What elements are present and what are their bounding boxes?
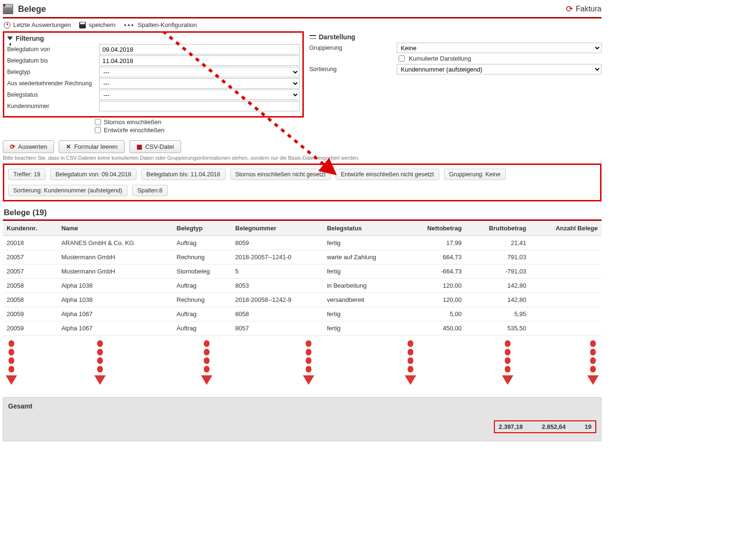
table-cell: fertig: [323, 307, 405, 321]
column-header[interactable]: Bruttobetrag: [465, 220, 530, 236]
table-cell: 791,03: [465, 250, 530, 264]
continuation-arrow: [94, 340, 106, 385]
table-cell: Mustermann GmbH: [57, 250, 173, 264]
save-label: speichern: [89, 21, 115, 28]
select-recurring[interactable]: ---: [99, 78, 300, 89]
table-row[interactable]: 20058Alpha 1038Rechnung2018-20058--1242-…: [3, 293, 601, 307]
column-header[interactable]: Belegstatus: [323, 220, 405, 236]
table-cell: Auftrag: [173, 321, 232, 336]
recent-evals-button[interactable]: Letzte Auswertungen: [4, 21, 71, 28]
table-cell: 120,00: [405, 293, 465, 307]
input-date-to[interactable]: [99, 55, 300, 66]
continuation-arrow: [587, 340, 599, 385]
table-cell: 5,95: [465, 307, 530, 321]
columns-config-button[interactable]: ••• Spalten-Konfiguration: [124, 21, 197, 28]
refresh-icon[interactable]: ⟳: [566, 4, 573, 14]
table-row[interactable]: 20059Alpha 1067Auftrag8058fertig5,005,95: [3, 307, 601, 321]
clear-form-button[interactable]: ✕Formular leeren: [59, 140, 125, 153]
display-panel: Darstellung Gruppierung Keine Kumulierte…: [310, 31, 602, 75]
table-cell: 450,00: [405, 321, 465, 336]
filter-chip[interactable]: Belegdatum von: 09.04.2018: [50, 169, 137, 180]
table-cell: Mustermann GmbH: [57, 264, 173, 279]
table-row[interactable]: 20058Alpha 1038Auftrag8053in Bearbeitung…: [3, 279, 601, 293]
table-cell: Auftrag: [173, 279, 232, 293]
filter-chip[interactable]: Spalten:8: [132, 185, 168, 196]
checkbox-include-drafts[interactable]: [95, 127, 101, 133]
table-cell: Stornobeleg: [173, 264, 232, 279]
label-include-drafts: Entwürfe einschließen: [104, 127, 164, 134]
table-cell: fertig: [323, 236, 405, 250]
input-customer-no[interactable]: [99, 101, 300, 111]
filter-summary-chips: Treffer: 19Belegdatum von: 09.04.2018Bel…: [3, 164, 601, 201]
select-status[interactable]: ---: [99, 90, 300, 100]
label-customer-no: Kundennummer: [7, 103, 97, 109]
table-cell: in Bearbeitung: [323, 279, 405, 293]
totals-label: Gesamt: [8, 402, 596, 410]
table-row[interactable]: 20057Mustermann GmbHRechnung2018-20057--…: [3, 250, 601, 264]
table-cell: 8059: [231, 236, 323, 250]
filter-panel: Filterung Belegdatum von Belegdatum bis …: [3, 31, 304, 118]
table-cell: 20018: [3, 236, 57, 250]
totals-gross: 2.852,64: [542, 423, 566, 430]
label-grouping: Gruppierung: [310, 45, 395, 51]
table-cell: 8053: [231, 279, 323, 293]
label-include-stornos: Stornos einschließen: [104, 118, 161, 126]
table-row[interactable]: 20059Alpha 1067Auftrag8057fertig450,0053…: [3, 321, 601, 336]
select-grouping[interactable]: Keine: [397, 43, 602, 53]
table-cell: 20059: [3, 321, 57, 336]
filter-chip[interactable]: Stornos einschließen nicht gesetzt: [230, 169, 331, 180]
table-cell: Alpha 1038: [57, 279, 173, 293]
label-date-to: Belegdatum bis: [7, 57, 97, 64]
input-date-from[interactable]: [99, 44, 300, 54]
table-cell: ARANES GmbH & Co. KG: [57, 236, 173, 250]
table-cell: fertig: [323, 264, 405, 279]
continuation-arrow: [303, 340, 314, 385]
table-cell: 20059: [3, 307, 57, 321]
csv-export-button[interactable]: ▦CSV-Datei: [129, 140, 181, 153]
table-cell: 2018-20057--1241-0: [231, 250, 323, 264]
column-header[interactable]: Name: [57, 220, 173, 236]
app-name: Faktura: [576, 5, 601, 13]
evaluate-button[interactable]: ⟳Auswerten: [3, 140, 54, 153]
filter-chip[interactable]: Gruppierung: Keine: [444, 169, 506, 180]
column-header[interactable]: Belegtyp: [173, 220, 232, 236]
table-cell: 120,00: [405, 279, 465, 293]
table-cell: [530, 293, 601, 307]
label-cumulated: Kumulierte Darstellung: [409, 55, 472, 62]
table-cell: -791,03: [465, 264, 530, 279]
x-icon: ✕: [66, 143, 71, 150]
sliders-icon: [310, 34, 316, 40]
filter-chip[interactable]: Entwürfe einschließen nicht gesetzt: [336, 169, 439, 180]
page-title: Belege: [18, 4, 46, 14]
label-date-from: Belegdatum von: [7, 46, 97, 53]
table-cell: warte auf Zahlung: [323, 250, 405, 264]
column-header[interactable]: Anzahl Belege: [530, 220, 601, 236]
recent-evals-label: Letzte Auswertungen: [13, 21, 71, 28]
filter-chip[interactable]: Treffer: 19: [8, 169, 46, 180]
column-header[interactable]: Nettobetrag: [405, 220, 465, 236]
table-row[interactable]: 20057Mustermann GmbHStornobeleg5fertig-6…: [3, 264, 601, 279]
table-row[interactable]: 20018ARANES GmbH & Co. KGAuftrag8059fert…: [3, 236, 601, 250]
label-sorting: Sortierung: [310, 66, 395, 73]
label-status: Belegstatus: [7, 91, 97, 98]
belege-table: Kundennr.NameBelegtypBelegnummerBelegsta…: [3, 219, 601, 336]
select-sorting[interactable]: Kundennummer (aufsteigend): [397, 64, 602, 74]
filter-chip[interactable]: Sortierung: Kundennummer (aufsteigend): [8, 185, 128, 196]
table-cell: 20057: [3, 264, 57, 279]
table-title: Belege (19): [4, 208, 601, 218]
column-header[interactable]: Belegnummer: [231, 220, 323, 236]
funnel-icon: [7, 36, 13, 40]
table-cell: 8058: [231, 307, 323, 321]
select-belegtyp[interactable]: ---: [99, 67, 300, 77]
continuation-arrow: [502, 340, 513, 385]
column-header[interactable]: Kundennr.: [3, 220, 57, 236]
table-cell: [530, 279, 601, 293]
table-cell: Auftrag: [173, 236, 232, 250]
checkbox-cumulated[interactable]: [399, 55, 405, 62]
continuation-arrow: [405, 340, 416, 385]
save-button[interactable]: speichern: [79, 21, 115, 28]
table-cell: 17,99: [405, 236, 465, 250]
checkbox-include-stornos[interactable]: [95, 119, 101, 125]
filter-chip[interactable]: Belegdatum bis: 11.04.2018: [141, 169, 226, 180]
table-cell: Rechnung: [173, 293, 232, 307]
